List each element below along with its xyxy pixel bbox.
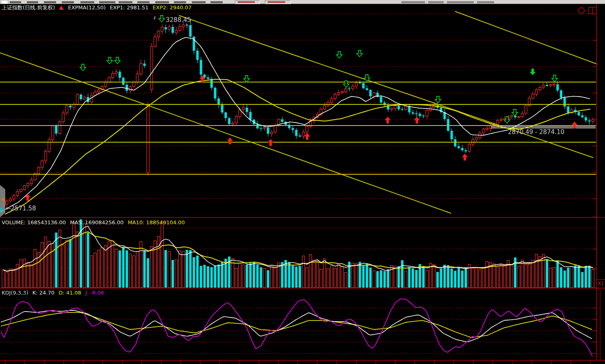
price-axis bbox=[5, 4, 605, 364]
kdj-k-value: K: 24.70 bbox=[33, 290, 54, 296]
panel-slide-handle[interactable] bbox=[0, 185, 5, 217]
buy-signal-arrow bbox=[25, 194, 30, 201]
buy-signal-arrow bbox=[304, 133, 310, 140]
kdj-j-value: J: -8.06 bbox=[85, 290, 104, 296]
sell-signal-arrow bbox=[159, 15, 165, 22]
window-split-icon[interactable] bbox=[588, 7, 596, 14]
slide-arrow-icon bbox=[1, 197, 4, 202]
kdj-indicator-label: KDJ(9,3,3) bbox=[2, 290, 28, 296]
chart-canvas[interactable] bbox=[0, 0, 605, 364]
stock-app-window: { "main": { "title": "上证指数(日线.前复权)", "in… bbox=[0, 0, 605, 364]
volume-ma5-value: MA5: 169084256.00 bbox=[70, 219, 124, 225]
up-arrow-icon bbox=[59, 6, 64, 10]
exp1-value: EXP1: 2981.51 bbox=[110, 4, 149, 11]
sell-signal-arrow-solid bbox=[530, 69, 536, 75]
indicator-label: EXPMA(12,50) bbox=[68, 4, 106, 11]
peak-price-label: 3288.45 bbox=[166, 16, 191, 24]
sell-signal-arrow bbox=[435, 96, 441, 103]
sell-signal-arrow bbox=[336, 52, 342, 58]
exp2-value: EXP2: 2940.07 bbox=[153, 4, 192, 11]
buy-signal-arrow bbox=[414, 117, 420, 124]
volume-ma10-value: MA10: 188549104.00 bbox=[128, 219, 184, 225]
drawn-lines bbox=[0, 11, 597, 213]
buy-signal-arrow bbox=[572, 121, 577, 128]
panel-separators bbox=[0, 217, 605, 361]
buy-signal-arrow bbox=[462, 154, 468, 160]
gap-range-label: 2870.49 - 2874.10 bbox=[508, 128, 564, 136]
kdj-lines bbox=[1, 299, 592, 357]
buy-signal-arrow bbox=[227, 137, 233, 144]
buy-signal-arrow bbox=[385, 117, 390, 124]
volume-title-row: VOLUME: 168543136.00 MA5: 169084256.00 M… bbox=[2, 219, 187, 225]
sell-signal-arrow bbox=[512, 109, 518, 116]
signal-arrows bbox=[25, 15, 577, 201]
sell-signal-arrow bbox=[552, 75, 557, 82]
sell-signal-arrow bbox=[115, 57, 120, 64]
diamond-icon[interactable] bbox=[578, 7, 585, 14]
buy-signal-arrow bbox=[268, 139, 273, 146]
candlestick-series bbox=[2, 18, 594, 207]
peak-f-marker: F bbox=[154, 16, 156, 21]
start-price-label: ←2571.58 bbox=[6, 205, 36, 212]
volume-bars bbox=[2, 219, 594, 288]
sell-signal-arrow bbox=[80, 64, 86, 71]
sell-signal-arrow bbox=[244, 76, 249, 82]
volume-value: VOLUME: 168543136.00 bbox=[2, 219, 66, 225]
volume-unit-label: X1 bbox=[598, 281, 604, 286]
corner-icon-group bbox=[577, 6, 598, 15]
kdj-d-value: D: 41.08 bbox=[59, 290, 81, 296]
main-chart-title-row: 上证指数(日线.前复权) EXPMA(12,50) EXP1: 2981.51 … bbox=[2, 4, 194, 11]
gridlines bbox=[0, 14, 596, 353]
kdj-title-row: KDJ(9,3,3) K: 24.70 D: 41.08 J: -8.06 bbox=[2, 290, 106, 296]
sell-signal-arrow bbox=[357, 50, 362, 57]
sell-signal-arrow bbox=[107, 57, 113, 64]
slide-marker bbox=[0, 208, 2, 212]
symbol-title: 上证指数(日线.前复权) bbox=[2, 4, 55, 11]
